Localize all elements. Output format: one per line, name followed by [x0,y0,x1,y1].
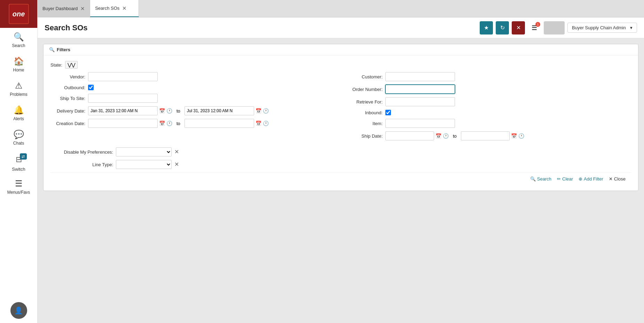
inbound-checkbox[interactable] [385,110,391,115]
page-title: Search SOs [45,23,88,32]
sidebar-item-search[interactable]: 🔍 Search [0,28,37,52]
item-input[interactable] [385,119,455,128]
creation-date-to-calendar-icon[interactable]: 📅 [256,121,261,126]
sidebar-label-switch: Switch [12,167,25,172]
creation-date-from-time-icon[interactable]: 🕐 [166,121,172,126]
refresh-button[interactable]: ↻ [496,21,509,34]
disable-prefs-select[interactable] [116,147,172,156]
outbound-label: Outbound: [50,85,85,90]
line-type-select[interactable] [116,160,172,169]
two-col-form: Vendor: Outbound: Ship To Site: [50,72,631,144]
sidebar-label-home: Home [13,68,24,72]
delivery-date-from-input[interactable] [88,106,158,115]
delivery-date-to-input[interactable] [184,106,254,115]
state-select-button[interactable]: ⋁⋁ [65,61,78,69]
sidebar-label-problems: Problems [10,92,28,97]
sidebar-item-menusfavs[interactable]: ☰ Menus/Favs [0,175,37,199]
sidebar-item-alerts[interactable]: 🔔 Alerts [0,101,37,125]
retrieve-for-row: Retrieve For: [341,97,631,106]
customer-label: Customer: [341,74,383,79]
order-number-label: Order Number: [341,87,383,92]
logo-box: one [9,4,29,24]
dropdown-arrow-icon: ▾ [630,25,633,30]
delivery-date-to-time-icon[interactable]: 🕐 [263,108,269,114]
delivery-date-row: Delivery Date: 📅 🕐 to 📅 🕐 [50,106,341,115]
vendor-input[interactable] [88,72,158,81]
logo-area: one [0,0,37,28]
clear-action[interactable]: ✏ Clear [557,176,573,182]
filter-search-icon: 🔍 [49,47,55,52]
delivery-date-to-calendar-icon[interactable]: 📅 [256,108,261,114]
add-filter-action[interactable]: ⊕ Add Filter [579,176,603,182]
switch-icon-wrap: ⊟ ⇄ [10,153,28,167]
ship-to-site-label: Ship To Site: [50,96,85,101]
creation-date-to-text: to [176,121,180,126]
retrieve-for-input[interactable] [385,97,455,106]
clear-action-label: Clear [562,176,573,182]
sidebar-label-chats: Chats [13,141,24,146]
delivery-date-from-calendar-icon[interactable]: 📅 [159,108,165,114]
search-action-icon: 🔍 [530,176,536,182]
ship-date-to-calendar-icon[interactable]: 📅 [511,133,517,139]
ship-date-to-input[interactable] [461,131,510,140]
tab-search-sos[interactable]: Search SOs ✕ [90,0,139,17]
order-number-input[interactable] [385,85,455,94]
vendor-row: Vendor: [50,72,341,81]
switch-arrow-icon: ⇄ [20,153,27,160]
ship-date-to-text: to [453,133,457,139]
menu-button[interactable]: ☰ 1 [528,21,541,34]
warning-icon: ⚠ [15,81,23,91]
home-icon: 🏠 [14,56,24,66]
sidebar-item-home[interactable]: 🏠 Home [0,52,37,77]
notification-badge: 1 [535,22,540,27]
creation-date-to-input[interactable] [184,119,254,128]
ship-date-to-time-icon[interactable]: 🕐 [518,133,524,139]
user-name: Buyer Supply Chain Admin [572,25,626,30]
sidebar-item-switch[interactable]: ⊟ ⇄ Switch [0,150,37,175]
ship-date-from-time-icon[interactable]: 🕐 [443,133,449,139]
customer-input[interactable] [385,72,455,81]
filter-panel-title: Filters [57,47,70,52]
main-area: Buyer Dashboard ✕ Search SOs ✕ Search SO… [38,0,644,323]
user-avatar[interactable]: 👤 [10,302,27,319]
ship-date-from-input[interactable] [385,131,434,140]
clear-disable-prefs-button[interactable]: ✕ [174,149,179,155]
line-type-label: Line Type: [50,162,113,167]
sidebar-item-problems[interactable]: ⚠ Problems [0,77,37,101]
creation-date-to-time-icon[interactable]: 🕐 [263,121,269,126]
content-area: 🔍 Filters State: ⋁⋁ Vendor: [38,38,644,323]
tab-bar: Buyer Dashboard ✕ Search SOs ✕ [38,0,644,17]
outbound-checkbox[interactable] [88,85,94,90]
state-row: State: ⋁⋁ [50,61,631,69]
creation-date-label: Creation Date: [50,121,85,126]
user-dropdown[interactable]: Buyer Supply Chain Admin ▾ [567,23,637,33]
sidebar-item-chats[interactable]: 💬 Chats [0,125,37,150]
favorite-button[interactable]: ★ [480,21,493,34]
search-action[interactable]: 🔍 Search [530,176,551,182]
extra-filters-section: Disable My Preferences: ✕ Line Type: ✕ [50,147,631,169]
sidebar-label-menusfavs: Menus/Favs [7,190,30,195]
delivery-date-from-time-icon[interactable]: 🕐 [166,108,172,114]
state-label: State: [50,62,62,68]
tab-label-search-sos: Search SOs [95,6,119,11]
add-filter-icon: ⊕ [579,176,582,182]
ship-date-from-calendar-icon[interactable]: 📅 [435,133,441,139]
tab-buyer-dashboard[interactable]: Buyer Dashboard ✕ [38,0,90,17]
tab-close-buyer-dashboard[interactable]: ✕ [80,6,85,11]
tab-close-search-sos[interactable]: ✕ [122,6,127,11]
close-filter-action[interactable]: ✕ Close [609,176,626,182]
item-label: Item: [341,121,383,126]
creation-date-from-calendar-icon[interactable]: 📅 [159,121,165,126]
inbound-row: Inbound: [341,110,631,115]
creation-date-from-input[interactable] [88,119,158,128]
header-right: ★ ↻ ✕ ☰ 1 Buyer Supply Chain Admin ▾ [480,21,637,34]
search-icon: 🔍 [14,32,24,42]
close-tab-button[interactable]: ✕ [512,21,525,34]
avatar-icon: 👤 [14,306,23,315]
ship-to-site-input[interactable] [88,94,158,103]
ship-date-label: Ship Date: [341,133,383,139]
outbound-row: Outbound: [50,85,341,90]
clear-line-type-button[interactable]: ✕ [174,162,179,167]
clear-action-icon: ✏ [557,176,561,182]
filter-actions: 🔍 Search ✏ Clear ⊕ Add Filter ✕ Close [50,172,631,185]
